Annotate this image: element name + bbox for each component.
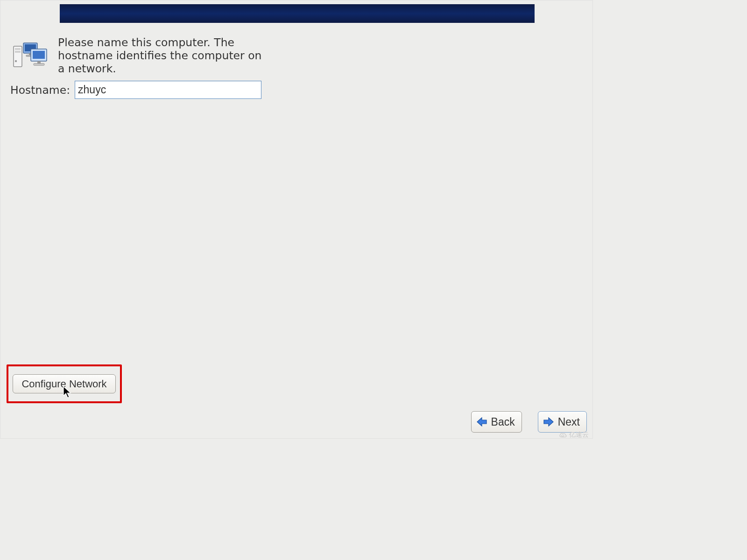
svg-rect-10 [37,61,41,63]
hostname-info-row: Please name this computer. The hostname … [12,36,263,76]
svg-rect-1 [15,48,21,50]
installer-wizard-window: Please name this computer. The hostname … [0,0,593,439]
wizard-nav-buttons: Back Next [471,411,587,433]
back-button[interactable]: Back [471,411,522,433]
hostname-label: Hostname: [10,84,70,97]
svg-point-12 [561,435,564,437]
header-banner [60,4,535,23]
svg-rect-11 [34,63,44,65]
back-label: Back [491,416,515,428]
watermark: 亿速云 [559,431,589,439]
hostname-instruction-text: Please name this computer. The hostname … [58,36,263,76]
arrow-left-icon [476,417,487,427]
hostname-input[interactable] [75,81,261,99]
configure-network-button[interactable]: Configure Network [13,374,115,393]
network-computers-icon [12,42,49,70]
next-button[interactable]: Next [538,411,587,433]
svg-rect-9 [33,51,45,59]
cloud-icon [559,432,567,438]
configure-network-highlight: Configure Network [7,364,122,403]
arrow-right-icon [543,417,554,427]
next-label: Next [558,416,580,428]
svg-rect-3 [15,60,17,62]
hostname-field-row: Hostname: [10,81,261,99]
svg-rect-2 [15,51,21,53]
watermark-text: 亿速云 [569,431,589,439]
